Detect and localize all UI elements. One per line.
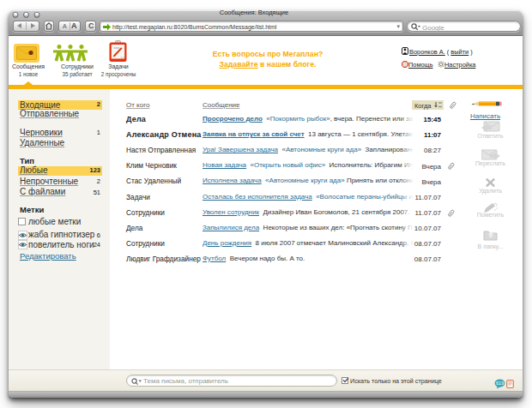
svg-text:˝xxx: ˝xxx — [112, 45, 120, 50]
svg-text:619: 619 — [496, 381, 504, 386]
svg-text:x.y: x.y — [121, 56, 125, 59]
